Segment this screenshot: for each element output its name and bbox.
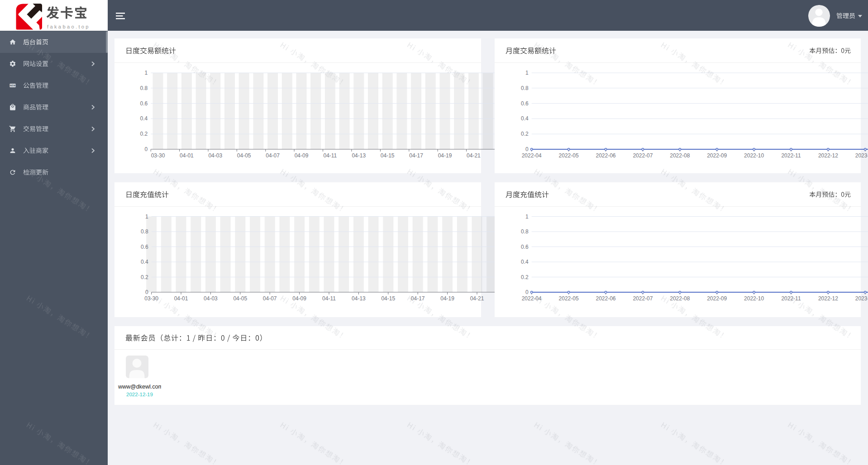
- svg-text:0: 0: [525, 146, 529, 152]
- svg-text:0.2: 0.2: [141, 274, 148, 280]
- svg-text:2022-10: 2022-10: [744, 295, 764, 302]
- svg-text:04-17: 04-17: [409, 152, 423, 159]
- svg-text:0.6: 0.6: [521, 100, 529, 107]
- svg-text:2022-06: 2022-06: [596, 295, 615, 302]
- svg-text:04-19: 04-19: [438, 152, 452, 159]
- svg-text:04-09: 04-09: [292, 295, 306, 302]
- svg-text:0.4: 0.4: [521, 259, 529, 265]
- svg-text:2022-11: 2022-11: [781, 295, 801, 302]
- svg-text:0.4: 0.4: [140, 115, 148, 122]
- svg-text:2022-05: 2022-05: [559, 295, 579, 302]
- svg-text:0.8: 0.8: [521, 228, 529, 235]
- svg-text:04-01: 04-01: [180, 152, 194, 159]
- svg-text:2023-01: 2023-01: [855, 295, 868, 302]
- svg-text:1: 1: [525, 70, 529, 76]
- svg-text:2022-09: 2022-09: [707, 295, 727, 302]
- svg-text:2022-07: 2022-07: [633, 152, 653, 159]
- svg-text:04-03: 04-03: [204, 295, 218, 302]
- svg-text:04-11: 04-11: [323, 152, 337, 159]
- svg-text:04-13: 04-13: [352, 152, 366, 159]
- svg-text:04-13: 04-13: [352, 295, 366, 302]
- svg-text:0.8: 0.8: [141, 228, 148, 235]
- svg-text:2022-11: 2022-11: [781, 152, 801, 159]
- svg-text:04-01: 04-01: [174, 295, 188, 302]
- svg-text:1: 1: [525, 214, 529, 220]
- svg-text:1: 1: [144, 70, 148, 76]
- svg-text:0.2: 0.2: [521, 274, 529, 280]
- svg-text:04-15: 04-15: [381, 295, 395, 302]
- svg-text:0.4: 0.4: [521, 115, 529, 122]
- svg-text:04-09: 04-09: [295, 152, 309, 159]
- svg-text:04-05: 04-05: [233, 295, 247, 302]
- svg-text:2022-09: 2022-09: [707, 152, 727, 159]
- svg-text:04-21: 04-21: [467, 152, 481, 159]
- svg-text:0.8: 0.8: [521, 85, 529, 91]
- svg-text:2022-12: 2022-12: [818, 295, 838, 302]
- svg-text:2022-07: 2022-07: [633, 295, 653, 302]
- svg-text:04-07: 04-07: [266, 152, 280, 159]
- svg-text:2022-05: 2022-05: [559, 152, 579, 159]
- svg-text:2022-12: 2022-12: [818, 152, 838, 159]
- svg-text:04-07: 04-07: [263, 295, 277, 302]
- svg-text:0.6: 0.6: [141, 244, 148, 250]
- svg-text:04-03: 04-03: [208, 152, 222, 159]
- svg-text:0.8: 0.8: [140, 85, 148, 91]
- svg-text:2022-08: 2022-08: [670, 295, 690, 302]
- svg-text:04-11: 04-11: [322, 295, 336, 302]
- svg-text:2022-10: 2022-10: [744, 152, 764, 159]
- svg-text:1: 1: [145, 214, 148, 220]
- svg-text:2022-06: 2022-06: [596, 152, 615, 159]
- svg-text:0.2: 0.2: [521, 131, 529, 137]
- svg-text:2022-04: 2022-04: [522, 295, 542, 302]
- svg-text:0: 0: [144, 146, 148, 152]
- svg-text:2022-08: 2022-08: [670, 152, 690, 159]
- svg-text:0: 0: [525, 289, 529, 295]
- svg-text:03-30: 03-30: [144, 295, 158, 302]
- svg-text:04-21: 04-21: [470, 295, 484, 302]
- svg-text:04-19: 04-19: [440, 295, 454, 302]
- svg-text:0.6: 0.6: [140, 100, 148, 107]
- svg-text:2023-01: 2023-01: [855, 152, 868, 159]
- svg-text:0.4: 0.4: [141, 259, 148, 265]
- svg-text:03-30: 03-30: [151, 152, 165, 159]
- svg-text:04-17: 04-17: [411, 295, 425, 302]
- svg-text:0.6: 0.6: [521, 244, 529, 250]
- svg-text:2022-04: 2022-04: [522, 152, 542, 159]
- svg-text:0.2: 0.2: [140, 131, 148, 137]
- svg-text:04-15: 04-15: [381, 152, 395, 159]
- svg-text:0: 0: [145, 289, 148, 295]
- svg-text:NEW: NEW: [10, 84, 16, 87]
- svg-text:04-05: 04-05: [237, 152, 251, 159]
